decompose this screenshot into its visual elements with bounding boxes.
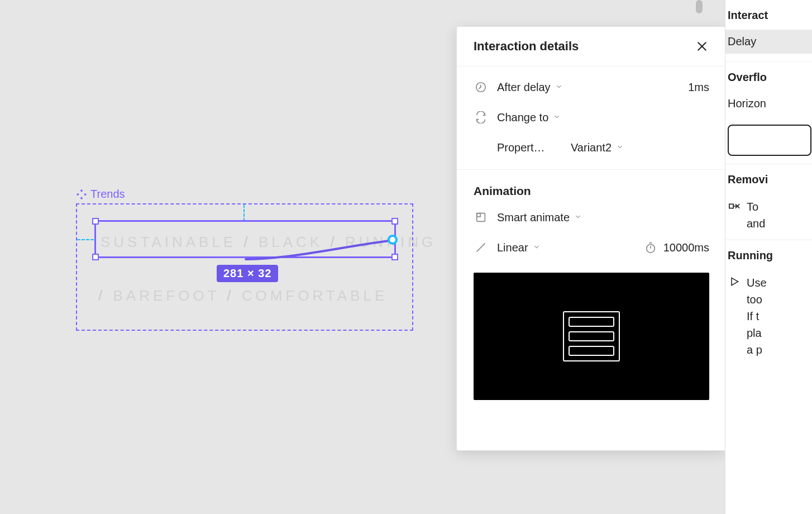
play-icon [728, 274, 741, 287]
interactions-heading: Interact [725, 0, 812, 30]
overflow-value[interactable]: Horizon [725, 92, 812, 116]
interactions-section: Interact Delay [725, 0, 812, 62]
trigger-label: After delay [497, 81, 551, 94]
stopwatch-icon [643, 240, 658, 255]
svg-rect-1 [80, 197, 83, 199]
smart-animate-icon [474, 210, 488, 225]
easing-label: Linear [497, 241, 528, 254]
clock-icon [474, 80, 488, 94]
preview-frame [563, 311, 620, 361]
running-section: Running Use too If t pla a p [725, 240, 812, 366]
action-label: Change to [497, 111, 548, 124]
interaction-item-delay[interactable]: Delay [725, 30, 812, 54]
svg-line-9 [477, 244, 485, 252]
running-heading: Running [725, 240, 812, 270]
chevron-down-icon [553, 113, 561, 122]
resize-handle-top-right[interactable] [391, 218, 398, 225]
panel-body: After delay 1ms Change to Propert… Varia… [457, 66, 726, 411]
svg-marker-17 [732, 278, 738, 285]
frame-label-text: Trends [90, 188, 125, 201]
removing-heading: Removi [725, 164, 812, 194]
preview-bar [569, 346, 614, 356]
overflow-action-button[interactable] [728, 125, 811, 156]
running-line: Use too If t pla a p [725, 270, 812, 358]
trends-text-row-2: / BAREFOOT / COMFORTABLE [98, 287, 388, 304]
action-row: Change to [457, 102, 726, 132]
animation-section-title: Animation [457, 174, 726, 202]
svg-rect-7 [477, 213, 485, 222]
chevron-down-icon [533, 243, 541, 253]
resize-handle-top-left[interactable] [92, 218, 99, 225]
panel-title: Interaction details [474, 39, 579, 54]
remove-interaction-icon [728, 198, 741, 212]
trigger-dropdown[interactable]: After delay [497, 81, 598, 94]
trigger-delay-value[interactable]: 1ms [688, 81, 709, 94]
alignment-guide-horizontal [77, 239, 94, 240]
alignment-guide-vertical [243, 204, 245, 221]
divider [457, 169, 726, 170]
swap-icon [474, 110, 488, 125]
duration-value[interactable]: 10000ms [663, 241, 709, 254]
interaction-details-panel: Interaction details After delay 1ms Chan… [456, 26, 727, 451]
chevron-down-icon [616, 143, 624, 153]
close-icon [696, 40, 708, 53]
overflow-heading: Overflo [725, 62, 812, 92]
resize-handle-bottom-left[interactable] [92, 254, 99, 260]
noodle-endpoint[interactable] [388, 235, 398, 245]
property-value-dropdown[interactable]: Variant2 [571, 141, 624, 154]
component-icon [76, 189, 87, 200]
animate-type-row: Smart animate [457, 202, 726, 232]
preview-bar [569, 331, 614, 341]
svg-rect-13 [729, 204, 733, 208]
animate-type-label: Smart animate [497, 211, 570, 224]
selection-outline[interactable] [94, 220, 396, 258]
svg-rect-3 [84, 193, 87, 196]
selection-dimensions-badge: 281 × 32 [217, 265, 278, 282]
svg-rect-2 [77, 193, 79, 196]
panel-header: Interaction details [457, 27, 726, 66]
property-row: Propert… Variant2 [457, 132, 726, 163]
property-label: Propert… [497, 141, 562, 154]
properties-sidebar: Interact Delay Overflo Horizon Removi To… [725, 0, 812, 514]
easing-dropdown[interactable]: Linear [497, 241, 564, 254]
scrollbar-thumb[interactable] [696, 0, 703, 13]
animation-preview[interactable] [474, 273, 709, 400]
trigger-row: After delay 1ms [457, 72, 726, 102]
close-button[interactable] [695, 39, 709, 54]
easing-row: Linear 10000ms [457, 232, 726, 263]
removing-section: Removi To and [725, 164, 812, 240]
svg-rect-0 [80, 189, 83, 192]
removing-line: To and [725, 194, 812, 232]
animate-type-dropdown[interactable]: Smart animate [497, 211, 598, 224]
resize-handle-bottom-right[interactable] [391, 254, 398, 260]
frame-label[interactable]: Trends [76, 188, 125, 201]
linear-ease-icon [474, 240, 488, 255]
chevron-down-icon [574, 213, 582, 222]
property-value: Variant2 [571, 141, 612, 154]
chevron-down-icon [555, 83, 563, 92]
action-dropdown[interactable]: Change to [497, 111, 598, 124]
overflow-section: Overflo Horizon [725, 62, 812, 164]
preview-bar [569, 317, 614, 327]
